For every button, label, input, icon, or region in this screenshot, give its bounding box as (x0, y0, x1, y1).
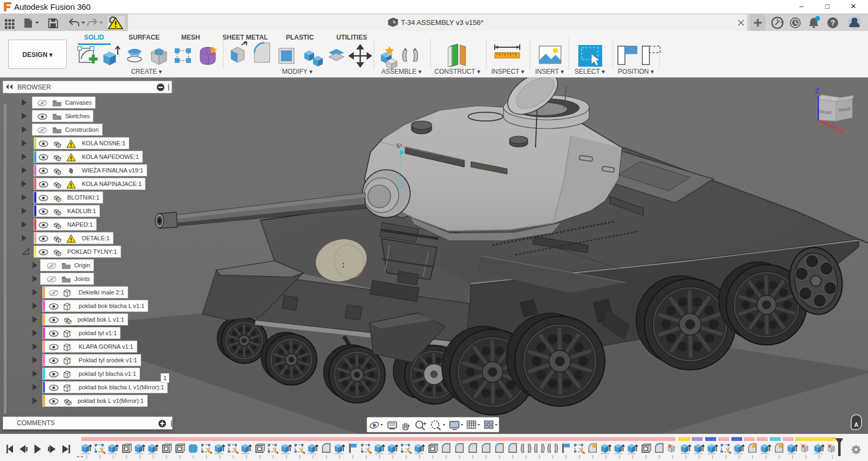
svg-text:5°: 5° (397, 143, 403, 149)
svg-text:Z: Z (815, 87, 819, 95)
svg-text:A: A (854, 421, 859, 428)
svg-text:X: X (840, 127, 845, 136)
svg-text:?: ? (831, 18, 835, 27)
